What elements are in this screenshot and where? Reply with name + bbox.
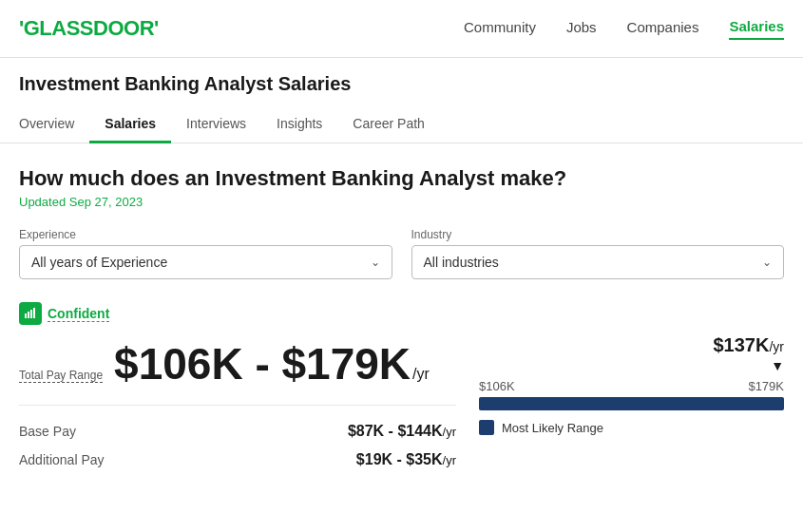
total-pay-yr: /yr [412,366,430,383]
experience-filter-group: Experience All years of Experience ⌄ [19,228,392,279]
pay-details: Base Pay $87K - $144K/yr Additional Pay … [19,405,456,474]
additional-pay-value: $19K - $35K/yr [356,451,456,468]
nav-salaries[interactable]: Salaries [729,18,784,40]
total-pay-numbers: $106K - $179K [114,338,411,390]
svg-rect-1 [28,312,29,318]
base-pay-row: Base Pay $87K - $144K/yr [19,417,456,446]
nav: Community Jobs Companies Salaries [464,18,784,40]
experience-select[interactable]: All years of Experience ⌄ [19,245,392,279]
nav-companies[interactable]: Companies [627,19,699,39]
tabs: Overview Salaries Interviews Insights Ca… [0,106,803,143]
range-labels: $106K $179K [479,379,784,393]
industry-select[interactable]: All industries ⌄ [411,245,785,279]
industry-value: All industries [424,255,499,270]
updated-date: Updated Sep 27, 2023 [19,195,784,209]
tab-insights[interactable]: Insights [261,106,337,143]
industry-chevron-icon: ⌄ [762,256,772,269]
tab-career-path[interactable]: Career Path [337,106,439,143]
confident-icon [19,302,42,325]
industry-label: Industry [411,228,785,241]
logo: 'GLASSDOOR' [19,16,159,41]
nav-community[interactable]: Community [464,19,536,39]
tab-overview[interactable]: Overview [19,106,89,143]
most-likely-box [479,420,494,435]
base-pay-value: $87K - $144K/yr [348,423,456,440]
additional-pay-row: Additional Pay $19K - $35K/yr [19,446,456,474]
pay-left: Total Pay Range $106K - $179K /yr Base P… [19,334,456,474]
tab-salaries[interactable]: Salaries [89,106,171,143]
experience-value: All years of Experience [31,255,167,270]
pay-layout: Total Pay Range $106K - $179K /yr Base P… [19,334,784,474]
additional-pay-label: Additional Pay [19,452,105,467]
base-pay-label: Base Pay [19,424,76,439]
page-title-section: Investment Banking Analyst Salaries [0,58,803,95]
experience-label: Experience [19,228,392,241]
median-label: $137K/yr [479,334,784,356]
confident-row: Confident [19,302,784,325]
svg-rect-0 [25,314,27,318]
filters: Experience All years of Experience ⌄ Ind… [19,228,784,279]
range-bar [479,397,784,410]
main-content: How much does an Investment Banking Anal… [0,143,803,497]
header: 'GLASSDOOR' Community Jobs Companies Sal… [0,0,803,58]
range-bar-fill [479,397,784,410]
nav-jobs[interactable]: Jobs [566,19,597,39]
range-high-label: $179K [748,379,784,393]
svg-rect-2 [30,310,32,318]
page-title: Investment Banking Analyst Salaries [19,73,784,95]
pay-right: $137K/yr ▼ $106K $179K Most Likely Range [479,334,784,435]
most-likely-label: Most Likely Range [502,421,603,435]
total-pay-label: Total Pay Range [19,369,103,383]
tab-interviews[interactable]: Interviews [171,106,261,143]
industry-filter-group: Industry All industries ⌄ [411,228,785,279]
range-low-label: $106K [479,379,515,393]
median-arrow-icon: ▼ [479,358,784,373]
section-title: How much does an Investment Banking Anal… [19,166,784,191]
experience-chevron-icon: ⌄ [371,256,380,269]
most-likely-row: Most Likely Range [479,420,784,435]
svg-rect-3 [33,308,35,318]
confident-label: Confident [48,306,109,322]
total-pay-range: $106K - $179K /yr [114,338,430,390]
